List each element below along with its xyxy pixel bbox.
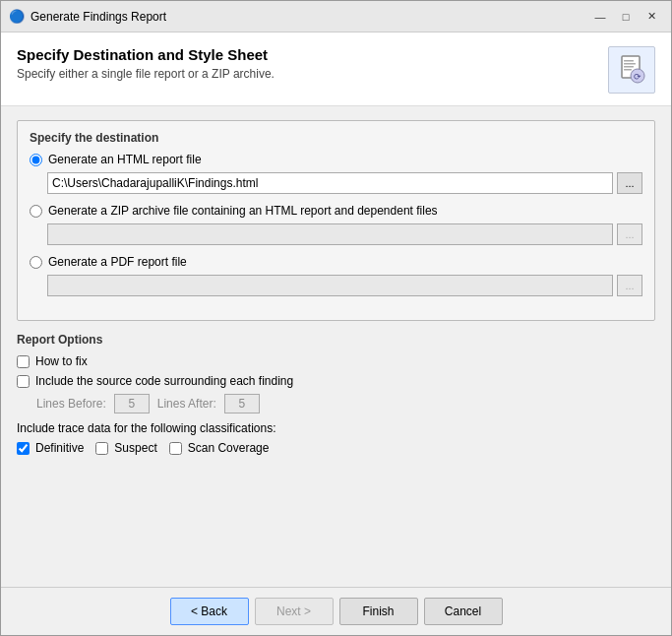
close-button[interactable]: ✕: [640, 7, 663, 27]
lines-row: Lines Before: Lines After:: [36, 394, 655, 413]
minimize-button[interactable]: —: [588, 7, 612, 27]
zip-path-input[interactable]: [47, 223, 613, 245]
pdf-path-input[interactable]: [47, 275, 613, 296]
zip-radio-label[interactable]: Generate a ZIP archive file containing a…: [48, 204, 438, 218]
how-to-fix-checkbox[interactable]: [17, 355, 30, 368]
header-section: Specify Destination and Style Sheet Spec…: [1, 32, 671, 106]
zip-browse-button[interactable]: ...: [617, 223, 642, 245]
back-button[interactable]: < Back: [170, 598, 249, 625]
lines-after-input[interactable]: [224, 394, 260, 413]
report-icon: ⟳: [608, 46, 655, 94]
include-source-row: Include the source code surrounding each…: [17, 374, 655, 388]
definitive-checkbox[interactable]: [17, 442, 30, 455]
suspect-checkbox[interactable]: [95, 442, 108, 455]
destination-group: Specify the destination Generate an HTML…: [17, 120, 655, 321]
content-area: Specify the destination Generate an HTML…: [1, 106, 671, 587]
lines-after-label: Lines After:: [157, 397, 216, 411]
zip-radio[interactable]: [30, 205, 42, 218]
zip-radio-row: Generate a ZIP archive file containing a…: [30, 204, 642, 218]
scan-coverage-checkbox[interactable]: [169, 442, 182, 455]
lines-before-label: Lines Before:: [36, 397, 106, 411]
html-radio[interactable]: [30, 154, 42, 166]
finish-button[interactable]: Finish: [339, 598, 418, 625]
pdf-path-row: ...: [47, 275, 642, 296]
title-bar-left: 🔵 Generate Findings Report: [9, 9, 166, 25]
page-subtitle: Specify either a single file report or a…: [17, 67, 275, 81]
html-path-row: ...: [47, 172, 642, 194]
page-title: Specify Destination and Style Sheet: [17, 46, 275, 63]
definitive-label[interactable]: Definitive: [35, 441, 84, 455]
pdf-radio[interactable]: [30, 256, 42, 269]
html-radio-label[interactable]: Generate an HTML report file: [48, 153, 202, 166]
lines-before-input[interactable]: [114, 394, 150, 413]
html-browse-button[interactable]: ...: [617, 172, 642, 194]
maximize-button[interactable]: □: [614, 7, 638, 27]
svg-rect-1: [624, 60, 634, 62]
svg-rect-3: [624, 66, 634, 68]
svg-rect-2: [624, 63, 636, 65]
report-svg-icon: ⟳: [616, 54, 647, 86]
how-to-fix-label[interactable]: How to fix: [35, 354, 88, 368]
pdf-browse-button[interactable]: ...: [617, 275, 642, 296]
report-options-title: Report Options: [17, 333, 655, 347]
destination-group-label: Specify the destination: [30, 131, 642, 145]
html-path-input[interactable]: [47, 172, 613, 194]
app-icon: 🔵: [9, 9, 25, 25]
classifications-row: Definitive Suspect Scan Coverage: [17, 441, 655, 461]
pdf-radio-label[interactable]: Generate a PDF report file: [48, 255, 187, 269]
zip-path-row: ...: [47, 223, 642, 245]
cancel-button[interactable]: Cancel: [424, 598, 503, 625]
include-source-checkbox[interactable]: [17, 375, 30, 388]
window-title: Generate Findings Report: [31, 10, 166, 24]
scan-coverage-row: Scan Coverage: [169, 441, 270, 455]
footer: < Back Next > Finish Cancel: [1, 587, 671, 635]
header-text: Specify Destination and Style Sheet Spec…: [17, 46, 275, 81]
html-radio-row: Generate an HTML report file: [30, 153, 642, 166]
definitive-row: Definitive: [17, 441, 84, 455]
suspect-label[interactable]: Suspect: [114, 441, 156, 455]
include-source-label[interactable]: Include the source code surrounding each…: [35, 374, 293, 388]
svg-text:⟳: ⟳: [634, 72, 641, 82]
title-bar: 🔵 Generate Findings Report — □ ✕: [1, 1, 671, 32]
scan-coverage-label[interactable]: Scan Coverage: [188, 441, 270, 455]
how-to-fix-row: How to fix: [17, 354, 655, 368]
next-button[interactable]: Next >: [255, 598, 334, 625]
pdf-radio-row: Generate a PDF report file: [30, 255, 642, 269]
report-options-section: Report Options How to fix Include the so…: [17, 333, 655, 461]
main-window: 🔵 Generate Findings Report — □ ✕ Specify…: [0, 0, 672, 636]
svg-rect-4: [624, 69, 632, 71]
title-bar-controls: — □ ✕: [588, 7, 663, 27]
classifications-label: Include trace data for the following cla…: [17, 421, 655, 435]
suspect-row: Suspect: [95, 441, 156, 455]
